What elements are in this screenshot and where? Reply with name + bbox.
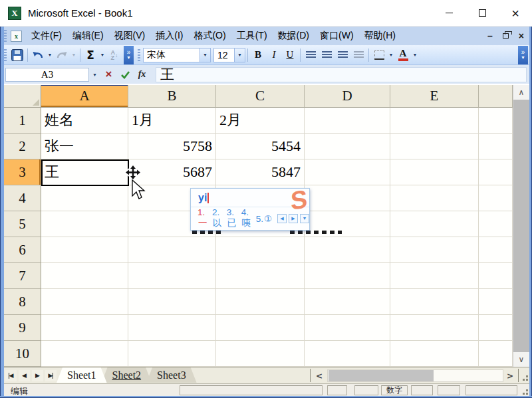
save-button[interactable]: [9, 47, 25, 63]
horizontal-scrollbar-thumb[interactable]: [329, 370, 434, 381]
font-size-combo[interactable]: 12: [213, 48, 235, 62]
align-center-button[interactable]: [319, 47, 334, 63]
column-header-E[interactable]: E: [390, 85, 479, 108]
maximize-button[interactable]: [466, 0, 499, 27]
formula-input[interactable]: 王: [156, 67, 527, 82]
cell-B2[interactable]: 5758: [128, 134, 216, 159]
cell[interactable]: [305, 289, 390, 315]
previous-sheet-button[interactable]: ◀: [19, 370, 30, 381]
font-name-dropdown[interactable]: ▼: [200, 48, 211, 62]
cell[interactable]: [128, 237, 216, 263]
minimize-button[interactable]: [432, 0, 466, 27]
cell[interactable]: [216, 237, 305, 263]
ime-page-prev-button[interactable]: ◀: [277, 214, 287, 223]
close-button[interactable]: ×: [499, 0, 532, 27]
cell[interactable]: [41, 289, 128, 315]
sort-ascending-button[interactable]: AZ ↓: [106, 47, 122, 63]
cell[interactable]: [305, 134, 390, 159]
cell[interactable]: [128, 341, 216, 367]
scroll-left-button[interactable]: <: [313, 370, 325, 381]
italic-button[interactable]: I: [266, 47, 282, 63]
merge-center-button[interactable]: [350, 47, 366, 63]
workbook-minimize-button[interactable]: –: [487, 31, 493, 41]
autosum-button[interactable]: Σ: [82, 47, 98, 63]
ime-candidate-1[interactable]: 1.一: [198, 207, 208, 229]
scrollbar-divider[interactable]: [310, 369, 311, 382]
toolbar-grip[interactable]: [4, 30, 7, 42]
select-all-corner[interactable]: [4, 85, 41, 108]
cell[interactable]: [41, 263, 128, 289]
workbook-restore-button[interactable]: [503, 33, 509, 39]
underline-button[interactable]: U: [282, 47, 298, 63]
enter-entry-button[interactable]: [117, 67, 134, 82]
font-size-dropdown[interactable]: ▼: [235, 48, 245, 62]
cell[interactable]: [216, 289, 305, 315]
row-header-5[interactable]: 5: [4, 211, 41, 237]
cell-A3-editing[interactable]: 王: [41, 159, 128, 185]
cell[interactable]: [479, 237, 513, 263]
vertical-scrollbar[interactable]: ∧ ∨: [513, 85, 529, 367]
cell[interactable]: [128, 289, 216, 315]
cell[interactable]: [305, 185, 390, 211]
cell[interactable]: [216, 315, 305, 341]
menu-data[interactable]: 数据(D): [273, 28, 315, 44]
column-header-C[interactable]: C: [216, 85, 305, 108]
cell-B1[interactable]: 1月: [128, 108, 216, 134]
cell[interactable]: [479, 159, 513, 185]
cell[interactable]: [390, 134, 479, 159]
cell[interactable]: [390, 263, 479, 289]
next-sheet-button[interactable]: ▶: [32, 370, 43, 381]
column-header-D[interactable]: D: [305, 85, 390, 108]
cell[interactable]: [128, 263, 216, 289]
sheet-tab-sheet2[interactable]: Sheet2: [102, 367, 152, 383]
cell[interactable]: [390, 237, 479, 263]
standard-toolbar-grip[interactable]: [4, 49, 7, 61]
cell[interactable]: [479, 315, 513, 341]
cell[interactable]: [216, 341, 305, 367]
borders-dropdown[interactable]: ▼: [387, 47, 395, 63]
ime-more-button[interactable]: ▼: [300, 214, 309, 223]
row-header-10[interactable]: 10: [4, 341, 41, 367]
menu-file[interactable]: 文件(F): [26, 28, 67, 44]
ime-candidate-3[interactable]: 3.已: [227, 207, 237, 229]
cell[interactable]: [479, 289, 513, 315]
cell[interactable]: [41, 185, 128, 211]
cell[interactable]: [41, 341, 128, 367]
scroll-down-button[interactable]: ∨: [513, 352, 529, 367]
row-header-3[interactable]: 3: [4, 159, 41, 185]
cell[interactable]: [216, 263, 305, 289]
cell[interactable]: [305, 263, 390, 289]
cell[interactable]: [305, 108, 390, 134]
font-color-button[interactable]: A: [395, 47, 411, 63]
align-right-button[interactable]: [334, 47, 350, 63]
column-header-A[interactable]: A: [41, 85, 128, 108]
cell[interactable]: [305, 237, 390, 263]
ime-candidate-2[interactable]: 2.以: [212, 207, 223, 229]
ime-candidate-5[interactable]: 5.①: [256, 213, 272, 224]
vertical-scrollbar-thumb[interactable]: [513, 100, 529, 352]
cell[interactable]: [479, 211, 513, 237]
undo-button[interactable]: [30, 47, 46, 63]
bold-button[interactable]: B: [250, 47, 266, 63]
cell[interactable]: [390, 289, 479, 315]
toolbar-options-button[interactable]: » ▼: [124, 46, 134, 64]
cell[interactable]: [390, 341, 479, 367]
last-sheet-button[interactable]: ▶: [45, 370, 57, 381]
menu-insert[interactable]: 插入(I): [150, 28, 188, 44]
cell[interactable]: [41, 315, 128, 341]
redo-dropdown[interactable]: ▼: [70, 47, 78, 63]
cell[interactable]: [305, 159, 390, 185]
menu-help[interactable]: 帮助(H): [359, 28, 401, 44]
row-header-1[interactable]: 1: [4, 108, 41, 134]
resize-grip[interactable]: [520, 373, 528, 381]
cell[interactable]: [479, 185, 513, 211]
cell[interactable]: [128, 315, 216, 341]
row-header-2[interactable]: 2: [4, 134, 41, 159]
menu-edit[interactable]: 编辑(E): [67, 28, 109, 44]
formatting-toolbar-grip[interactable]: [138, 49, 140, 61]
autosum-dropdown[interactable]: ▼: [98, 47, 106, 63]
cell[interactable]: [305, 315, 390, 341]
menu-window[interactable]: 窗口(W): [315, 28, 359, 44]
window-resize-grip[interactable]: [520, 387, 528, 395]
align-left-button[interactable]: [303, 47, 319, 63]
